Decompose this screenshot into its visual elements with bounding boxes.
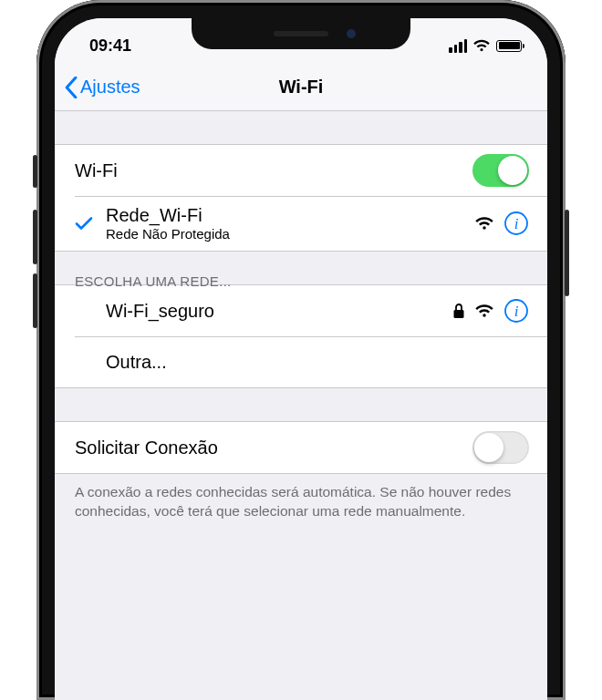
ask-to-join-switch[interactable]	[472, 431, 529, 464]
info-button[interactable]: i	[503, 211, 529, 236]
page-title: Wi-Fi	[279, 77, 324, 98]
wifi-signal-icon	[474, 216, 494, 231]
connected-network-name: Rede_Wi-Fi	[106, 205, 474, 226]
svg-rect-2	[454, 310, 464, 318]
network-row[interactable]: Wi-Fi_seguro	[55, 285, 547, 336]
chevron-left-icon	[64, 77, 78, 98]
wifi-toggle-switch[interactable]	[472, 154, 529, 187]
checkmark-icon	[75, 215, 106, 232]
back-label: Ajustes	[80, 77, 140, 98]
ask-to-join-label: Solicitar Conexão	[75, 438, 472, 458]
lock-icon	[452, 303, 465, 319]
cellular-signal-icon	[449, 39, 467, 53]
wifi-toggle-label: Wi-Fi	[75, 160, 472, 181]
settings-wifi-screen: 09:41 Ajustes Wi-Fi	[55, 18, 547, 700]
svg-text:i: i	[514, 215, 519, 232]
wifi-toggle-row: Wi-Fi	[55, 145, 547, 196]
connected-network-row[interactable]: Rede_Wi-Fi Rede Não Protegida i	[55, 196, 547, 251]
wifi-status-icon	[472, 39, 491, 52]
ask-to-join-row: Solicitar Conexão	[55, 422, 547, 473]
nav-bar: Ajustes Wi-Fi	[55, 64, 547, 111]
status-time: 09:41	[89, 36, 131, 56]
back-button[interactable]: Ajustes	[64, 77, 140, 98]
network-name: Wi-Fi_seguro	[106, 301, 452, 322]
ask-to-join-footer: A conexão a redes conhecidas será automá…	[55, 474, 547, 540]
battery-icon	[496, 40, 522, 52]
wifi-signal-icon	[474, 304, 494, 318]
choose-network-header: ESCOLHA UMA REDE...	[55, 252, 547, 284]
device-notch	[192, 18, 410, 49]
connected-network-subtitle: Rede Não Protegida	[106, 226, 474, 242]
svg-text:i: i	[514, 303, 519, 320]
other-network-row[interactable]: Outra...	[55, 336, 547, 387]
other-network-label: Outra...	[106, 352, 529, 373]
info-button[interactable]: i	[503, 298, 529, 324]
